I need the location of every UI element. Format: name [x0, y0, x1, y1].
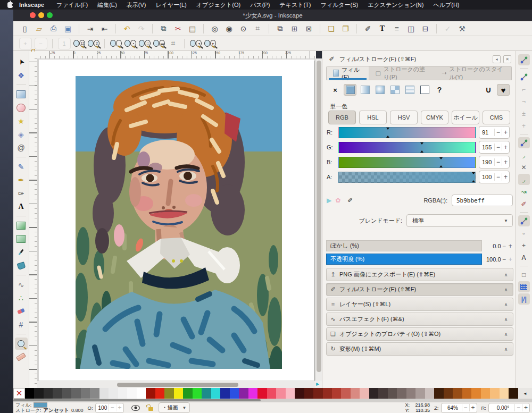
selector-tool[interactable]: ➤: [13, 54, 29, 70]
palette-swatch[interactable]: [34, 388, 43, 399]
palette-swatch[interactable]: [351, 388, 360, 399]
palette-swatch[interactable]: [202, 388, 211, 399]
color-tab-cms[interactable]: CMS: [483, 111, 510, 124]
snap-grid-button[interactable]: [518, 281, 530, 292]
transform-panel[interactable]: ↻変形(M) (⇧⌘M)∧: [326, 342, 513, 356]
snap-node-button[interactable]: [518, 137, 530, 148]
export-button[interactable]: ⇤: [99, 23, 111, 34]
palette-swatch[interactable]: [109, 388, 118, 399]
fill-unknown-button[interactable]: [418, 84, 431, 96]
redo-button[interactable]: ↷: [136, 23, 147, 34]
palette-scroll-thumb[interactable]: [13, 399, 261, 401]
menu-item-2[interactable]: 表示(V): [122, 1, 151, 9]
snap-bbox-button[interactable]: [518, 71, 530, 82]
plus-icon[interactable]: +: [469, 404, 477, 411]
document-page[interactable]: [39, 60, 314, 381]
tab-fill[interactable]: フィル(F): [327, 66, 369, 80]
duplicate-button[interactable]: ⧉: [275, 23, 286, 34]
fill-radial-gradient-button[interactable]: [373, 84, 386, 96]
palette-swatch[interactable]: [360, 388, 369, 399]
zoom-fit-drawing-button[interactable]: ▪: [124, 38, 136, 49]
color-tab-cmyk[interactable]: CMYK: [421, 111, 448, 124]
palette-swatch[interactable]: [425, 388, 434, 399]
snap-midpoint-button[interactable]: ✐: [518, 198, 530, 209]
box3d-tool[interactable]: ◈: [15, 128, 28, 140]
group-button[interactable]: ❏: [326, 23, 337, 34]
selection-frame-button[interactable]: ⌗: [252, 23, 264, 34]
export-png-panel[interactable]: ↥PNG 画像にエクスポート(E) (⇧⌘E)∧: [326, 268, 513, 281]
alpha-slider-bar[interactable]: [338, 172, 476, 183]
ruler-lock[interactable]: [29, 51, 37, 58]
color-tab-ホイール[interactable]: ホイール: [452, 111, 479, 124]
layers-panel[interactable]: ≡レイヤー(S) (⇧⌘L)∧: [326, 298, 513, 311]
snap-cusp-button[interactable]: ◞: [518, 174, 530, 185]
tweak-tool[interactable]: ∿: [15, 279, 28, 291]
palette-swatch[interactable]: [378, 388, 387, 399]
palette-swatch[interactable]: [406, 388, 415, 399]
portrait-artwork[interactable]: [76, 76, 282, 369]
fill-rule-nonzero-button[interactable]: ♥: [497, 84, 510, 96]
palette-swatch[interactable]: [248, 388, 257, 399]
palette-swatch[interactable]: [174, 388, 183, 399]
zoom-spinner[interactable]: 64%−+: [441, 403, 477, 413]
unlink-clone-button[interactable]: ⊠: [303, 23, 315, 34]
palette-swatch[interactable]: [146, 388, 155, 399]
snap-intersection-button[interactable]: ✕: [518, 162, 530, 173]
horizontal-ruler[interactable]: -250255075100125150175200225: [37, 51, 316, 59]
menu-item-9[interactable]: ヘルプ(H): [428, 1, 464, 9]
red-slider-bar[interactable]: [338, 127, 476, 138]
calligraphy-tool[interactable]: ✒: [15, 174, 28, 186]
spellcheck-button[interactable]: ✓: [442, 23, 454, 34]
palette-swatch[interactable]: [295, 388, 304, 399]
opacity-minus-button[interactable]: −: [501, 256, 508, 263]
clone-button[interactable]: ⊞: [289, 23, 301, 34]
dropper-tool[interactable]: [15, 246, 28, 258]
zoom-page-button[interactable]: ⊙: [238, 23, 250, 34]
text-dialog-button[interactable]: T: [377, 23, 388, 34]
menu-item-7[interactable]: フィルター(S): [315, 1, 363, 9]
palette-swatch[interactable]: [481, 388, 490, 399]
palette-swatch[interactable]: [323, 388, 332, 399]
green-slider-bar[interactable]: [338, 142, 476, 153]
snap-object-center-button[interactable]: ▫: [518, 227, 530, 239]
blend-mode-select[interactable]: 標準▼: [406, 214, 513, 227]
menu-item-3[interactable]: レイヤー(L): [151, 1, 192, 9]
opacity-plus-button[interactable]: +: [507, 256, 513, 263]
import-button[interactable]: ⇥: [85, 23, 96, 34]
fill-pattern-button[interactable]: [388, 84, 401, 96]
print-button[interactable]: ⎙: [48, 23, 60, 34]
spray-tool[interactable]: ∴: [15, 292, 28, 304]
preferences-button[interactable]: ⚒: [456, 23, 468, 34]
fill-none-button[interactable]: ×: [329, 84, 342, 96]
zoom-drawing-button[interactable]: ◉: [223, 23, 235, 34]
zoom-selection-button[interactable]: ◎: [209, 23, 221, 34]
zoom-next-button[interactable]: ▸: [204, 38, 216, 49]
mesh-gradient-tool[interactable]: [15, 233, 28, 245]
layer-selector[interactable]: ・描画▼: [159, 402, 190, 413]
palette-swatch[interactable]: [388, 388, 397, 399]
dialog-collapse-button[interactable]: ◂: [493, 55, 501, 63]
zoom-2-1-button[interactable]: 2: [88, 38, 99, 49]
blur-slider[interactable]: ぼかし (%): [326, 240, 482, 251]
fill-stroke-dialog-button[interactable]: ✐: [362, 23, 374, 34]
layers-dialog-button[interactable]: ≡: [391, 23, 403, 34]
palette-swatch[interactable]: [509, 388, 518, 399]
zoom-tool[interactable]: [15, 338, 28, 350]
palette-swatch[interactable]: [155, 388, 164, 399]
snap-bbox-center-button[interactable]: +: [518, 120, 530, 131]
zoom-1-1-button[interactable]: 1: [58, 38, 71, 49]
color-management-toggle[interactable]: ▶: [315, 381, 322, 388]
menu-item-8[interactable]: エクステンション(N): [363, 1, 428, 9]
dialog-close-button[interactable]: ✕: [503, 55, 511, 63]
fill-stroke-panel[interactable]: ✐フィル/ストローク(F) (⇧⌘F)∧: [326, 283, 513, 296]
palette-swatch[interactable]: [434, 388, 443, 399]
node-tool[interactable]: ❖: [15, 69, 28, 81]
minus-icon[interactable]: −: [109, 404, 116, 411]
menu-item-6[interactable]: テキスト(T): [275, 1, 315, 9]
palette-swatch[interactable]: [164, 388, 173, 399]
palette-swatch[interactable]: [267, 388, 276, 399]
palette-swatch[interactable]: [53, 388, 62, 399]
cut-button[interactable]: ✂: [172, 23, 184, 34]
connector-tool[interactable]: #: [15, 318, 28, 331]
palette-swatch[interactable]: [220, 388, 229, 399]
